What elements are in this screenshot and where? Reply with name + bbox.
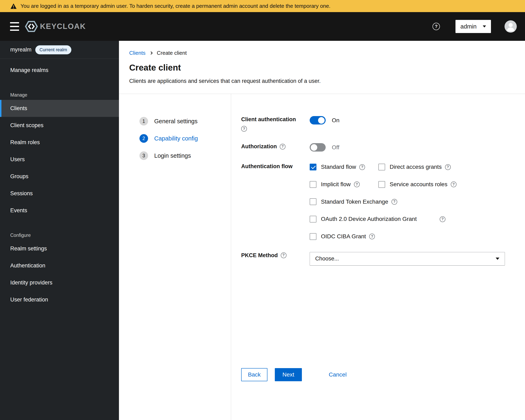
- warning-banner: You are logged in as a temporary admin u…: [0, 0, 525, 12]
- checkbox-service-accounts-roles[interactable]: [378, 181, 385, 188]
- wizard-step-login-settings[interactable]: 3 Login settings: [140, 151, 231, 160]
- sidebar-item-realm-roles[interactable]: Realm roles: [0, 134, 119, 151]
- sidebar-section-configure: Configure: [0, 233, 119, 238]
- checkbox-standard-flow[interactable]: [310, 164, 316, 170]
- option-oauth-device-authorization-grant[interactable]: OAuth 2.0 Device Authorization Grant: [310, 215, 513, 223]
- help-icon[interactable]: [354, 181, 360, 187]
- sidebar-section-manage: Manage: [0, 92, 119, 98]
- avatar[interactable]: [505, 20, 517, 33]
- warning-text: You are logged in as a temporary admin u…: [20, 3, 330, 9]
- help-icon[interactable]: [440, 216, 445, 222]
- wizard-steps-nav: 1 General settings 2 Capability config 3…: [119, 94, 231, 420]
- option-standard-flow[interactable]: Standard flow: [310, 163, 378, 171]
- option-standard-token-exchange[interactable]: Standard Token Exchange: [310, 198, 513, 206]
- cancel-button[interactable]: Cancel: [329, 371, 347, 378]
- step-number: 3: [140, 151, 148, 160]
- create-client-wizard: 1 General settings 2 Capability config 3…: [119, 94, 525, 420]
- page-title: Create client: [129, 63, 513, 73]
- help-icon[interactable]: [359, 164, 365, 170]
- pkce-method-select[interactable]: Choose...: [310, 252, 505, 266]
- sidebar: myrealm Current realm Manage realms Mana…: [0, 41, 119, 420]
- main-content: Clients Create client Create client Clie…: [119, 41, 525, 420]
- step-label: Capability config: [154, 135, 198, 142]
- option-implicit-flow[interactable]: Implicit flow: [310, 180, 378, 188]
- step-number: 2: [140, 134, 148, 143]
- sidebar-item-authentication[interactable]: Authentication: [0, 257, 119, 274]
- wizard-step-capability-config[interactable]: 2 Capability config: [140, 134, 231, 143]
- option-service-accounts-roles[interactable]: Service accounts roles: [378, 180, 513, 188]
- client-authentication-row: Client authentication On: [241, 116, 513, 132]
- step-number: 1: [140, 117, 148, 125]
- sidebar-item-events[interactable]: Events: [0, 202, 119, 219]
- step-label: General settings: [154, 118, 197, 125]
- brand-text: KEYCLOAK: [40, 22, 86, 31]
- back-button[interactable]: Back: [241, 368, 267, 381]
- checkbox-implicit-flow[interactable]: [310, 181, 316, 188]
- caret-down-icon: [496, 258, 499, 260]
- help-icon[interactable]: [451, 181, 457, 187]
- checkbox-oauth-device-authorization-grant[interactable]: [310, 216, 316, 223]
- warning-icon: [10, 3, 17, 9]
- breadcrumb-current: Create client: [157, 50, 187, 56]
- sidebar-item-sessions[interactable]: Sessions: [0, 185, 119, 202]
- wizard-step-general-settings[interactable]: 1 General settings: [140, 117, 231, 125]
- sidebar-item-identity-providers[interactable]: Identity providers: [0, 274, 119, 291]
- client-authentication-label: Client authentication: [241, 116, 296, 123]
- help-icon[interactable]: [445, 164, 451, 170]
- authentication-flow-label: Authentication flow: [241, 163, 292, 170]
- help-icon[interactable]: [432, 23, 440, 30]
- wizard-actions: Back Next Cancel: [241, 368, 513, 381]
- option-oidc-ciba-grant[interactable]: OIDC CIBA Grant: [310, 233, 513, 241]
- client-authentication-state: On: [332, 117, 339, 124]
- help-icon[interactable]: [241, 126, 247, 132]
- help-icon[interactable]: [369, 233, 375, 239]
- pkce-method-label: PKCE Method: [241, 252, 278, 259]
- user-menu-label: admin: [460, 23, 477, 30]
- option-direct-access-grants[interactable]: Direct access grants: [378, 163, 513, 171]
- capability-config-form: Client authentication On Authorization: [231, 94, 525, 420]
- keycloak-logo[interactable]: KEYCLOAK: [25, 21, 86, 32]
- sidebar-item-users[interactable]: Users: [0, 151, 119, 168]
- help-icon[interactable]: [392, 199, 397, 205]
- user-menu-dropdown[interactable]: admin: [455, 20, 491, 33]
- chevron-down-icon: [483, 25, 486, 28]
- pkce-method-row: PKCE Method Choose...: [241, 252, 513, 266]
- help-icon[interactable]: [280, 144, 285, 149]
- breadcrumb: Clients Create client: [129, 50, 513, 56]
- pkce-method-value: Choose...: [315, 255, 339, 262]
- sidebar-item-manage-realms[interactable]: Manage realms: [0, 62, 119, 79]
- breadcrumb-link-clients[interactable]: Clients: [129, 50, 145, 56]
- help-icon[interactable]: [281, 252, 287, 258]
- sidebar-item-client-scopes[interactable]: Client scopes: [0, 117, 119, 134]
- current-realm-badge: Current realm: [35, 45, 71, 54]
- page-subtitle: Clients are applications and services th…: [129, 78, 513, 84]
- chevron-right-icon: [150, 51, 153, 55]
- realm-selector[interactable]: myrealm Current realm: [0, 41, 119, 59]
- sidebar-item-user-federation[interactable]: User federation: [0, 291, 119, 308]
- checkbox-oidc-ciba-grant[interactable]: [310, 233, 316, 240]
- authorization-toggle[interactable]: [310, 143, 326, 151]
- authorization-label: Authorization: [241, 143, 277, 150]
- checkbox-standard-token-exchange[interactable]: [310, 198, 316, 205]
- keycloak-logo-icon: [25, 21, 38, 32]
- masthead: KEYCLOAK admin: [0, 12, 525, 41]
- authentication-flow-row: Authentication flow Standard flow Direct…: [241, 163, 513, 240]
- next-button[interactable]: Next: [275, 368, 302, 381]
- step-label: Login settings: [154, 152, 191, 159]
- authorization-state: Off: [332, 144, 339, 151]
- hamburger-menu-button[interactable]: [10, 22, 19, 31]
- avatar-icon: [505, 20, 517, 33]
- client-authentication-toggle[interactable]: [310, 116, 326, 124]
- checkbox-direct-access-grants[interactable]: [378, 164, 385, 170]
- sidebar-item-clients[interactable]: Clients: [0, 100, 119, 117]
- sidebar-item-realm-settings[interactable]: Realm settings: [0, 240, 119, 257]
- authorization-row: Authorization Off: [241, 143, 513, 151]
- realm-name: myrealm: [10, 47, 32, 53]
- sidebar-item-groups[interactable]: Groups: [0, 168, 119, 185]
